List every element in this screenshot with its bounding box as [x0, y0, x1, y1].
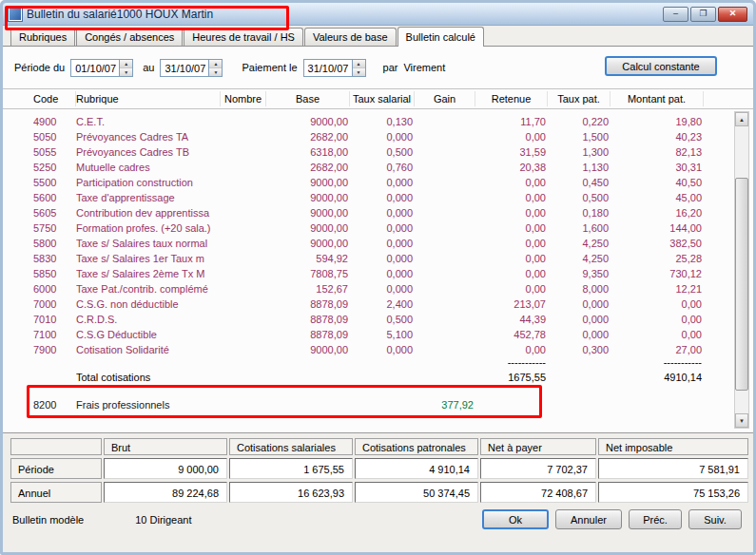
summary-header-net-a-payer: Net à payer: [480, 438, 596, 455]
spinner-up-icon[interactable]: ▲: [209, 60, 222, 68]
rubric-cell: [415, 144, 475, 160]
rubric-cell: 0,180: [548, 205, 611, 220]
rubric-row[interactable]: 5850Taxe s/ Salaires 2ème Tx M7808,750,0…: [33, 266, 753, 281]
summary-periode-brut: 9 000,00: [104, 458, 227, 479]
rubric-cell: 0,500: [548, 190, 611, 205]
period-from-field[interactable]: 01/10/07 ▲ ▼: [70, 59, 133, 77]
tab-heures-travail[interactable]: Heures de travail / HS: [184, 28, 303, 46]
frais-professionnels-row[interactable]: 8200 Frais professionnels 377,92: [33, 397, 753, 412]
rubric-row[interactable]: 5500Participation construction9000,000,0…: [33, 175, 753, 190]
rubric-cell: 12,21: [611, 281, 704, 297]
spinner-down-icon[interactable]: ▼: [209, 68, 222, 76]
rubric-cell: 0,00: [475, 236, 548, 251]
rubric-row[interactable]: 7900Cotisation Solidarité9000,000,0000,0…: [33, 342, 753, 357]
summary-periode-net-imposable: 7 581,91: [598, 458, 748, 479]
rubric-row[interactable]: 6000Taxe Pat./contrib. complémé152,670,0…: [33, 281, 753, 297]
rubric-cell: [221, 281, 266, 297]
rubric-cell: 5055: [33, 144, 76, 160]
minimize-button[interactable]: –: [663, 7, 688, 22]
close-button[interactable]: ✕: [718, 7, 747, 22]
column-header: Retenue: [475, 91, 548, 106]
window-icon: [9, 8, 22, 21]
rubric-row[interactable]: 7000C.S.G. non déductible8878,092,400213…: [33, 297, 753, 312]
payment-date-value[interactable]: 31/10/07: [304, 60, 352, 76]
rubric-cell: 452,78: [475, 327, 548, 342]
spinner-up-icon[interactable]: ▲: [120, 60, 132, 68]
rubric-cell: [415, 190, 475, 205]
summary-periode-net-a-payer: 7 702,37: [480, 458, 596, 479]
payment-method-value[interactable]: Virement: [403, 62, 445, 73]
rubric-row[interactable]: 5830Taxe s/ Salaires 1er Taux m594,920,0…: [33, 251, 753, 266]
period-to-field[interactable]: 31/10/07 ▲ ▼: [160, 59, 223, 77]
grid-body: 4900C.E.T.9000,000,13011,700,22019,80505…: [3, 109, 753, 357]
rubric-cell: 0,00: [475, 175, 548, 190]
scroll-up-icon[interactable]: ▲: [735, 112, 748, 126]
rubric-cell: 0,000: [350, 281, 415, 297]
rubric-cell: 0,500: [350, 144, 415, 160]
rubric-cell: [415, 251, 475, 266]
spinner-down-icon[interactable]: ▼: [353, 68, 365, 76]
period-to-spinner[interactable]: ▲ ▼: [208, 60, 222, 76]
rubric-row[interactable]: 5050Prévoyances Cadres TA2682,000,0000,0…: [33, 129, 753, 144]
tab-conges-absences[interactable]: Congés / absences: [76, 28, 183, 46]
rubric-row[interactable]: 7010C.R.D.S.8878,090,50044,390,0000,00: [33, 312, 753, 327]
rubric-cell: 1,500: [548, 129, 611, 144]
tab-valeurs-base[interactable]: Valeurs de base: [304, 28, 397, 46]
rubric-cell: 0,00: [611, 327, 704, 342]
rubric-row[interactable]: 5605Contribution dev apprentissa9000,000…: [33, 205, 753, 220]
rubric-cell: 7000: [33, 297, 76, 312]
calc-constante-button[interactable]: Calcul constante: [605, 56, 717, 76]
previous-button[interactable]: Préc.: [629, 509, 682, 529]
period-from-value[interactable]: 01/10/07: [71, 60, 119, 76]
rubric-cell: Mutuelle cadres: [76, 160, 221, 175]
column-header: Nombre: [221, 91, 266, 106]
rubric-cell: [221, 205, 266, 220]
rubric-cell: 0,000: [548, 312, 611, 327]
spinner-up-icon[interactable]: ▲: [353, 60, 365, 68]
tab-bar: Rubriques Congés / absences Heures de tr…: [3, 26, 753, 47]
rubric-cell: Prévoyances Cadres TB: [76, 144, 221, 160]
rubrics-list: CodeRubriqueNombreBaseTaux salarialGainR…: [3, 88, 753, 432]
tab-rubriques[interactable]: Rubriques: [10, 28, 75, 46]
scrollbar-track[interactable]: [735, 126, 748, 413]
period-to-value[interactable]: 31/10/07: [161, 60, 208, 76]
spinner-down-icon[interactable]: ▼: [120, 68, 132, 76]
rubric-cell: 0,000: [350, 266, 415, 281]
total-label: Total cotisations: [76, 370, 221, 385]
scrollbar-thumb[interactable]: [735, 178, 748, 390]
rubric-cell: [415, 297, 475, 312]
rubric-row[interactable]: 5800Taxe s/ Salaires taux normal9000,000…: [33, 236, 753, 251]
titlebar[interactable]: Bulletin du salarié1000 HOUX Martin – ❐ …: [3, 3, 753, 26]
rubric-cell: 5605: [33, 205, 76, 220]
rubric-cell: [415, 175, 475, 190]
maximize-button[interactable]: ❐: [690, 7, 716, 22]
rubric-row[interactable]: 5250Mutuelle cadres2682,000,76020,381,13…: [33, 160, 753, 175]
tab-bulletin-calcule[interactable]: Bulletin calculé: [397, 27, 484, 47]
rubric-cell: [221, 251, 266, 266]
rubric-cell: 6000: [33, 281, 76, 297]
rubric-row[interactable]: 4900C.E.T.9000,000,13011,700,22019,80: [33, 114, 753, 129]
cancel-button[interactable]: Annuler: [555, 509, 622, 529]
period-from-spinner[interactable]: ▲ ▼: [119, 60, 132, 76]
rubric-cell: 9000,00: [266, 342, 350, 357]
rubric-row[interactable]: 5600Taxe d'apprentissage9000,000,0000,00…: [33, 190, 753, 205]
period-from-label: Période du: [14, 62, 65, 73]
summary-grid: Brut Cotisations salariales Cotisations …: [10, 438, 745, 503]
vertical-scrollbar[interactable]: ▲ ▼: [734, 111, 749, 429]
rubric-cell: [221, 190, 266, 205]
rubric-cell: 4,250: [548, 251, 611, 266]
next-button[interactable]: Suiv.: [688, 509, 742, 529]
rubric-cell: [415, 266, 475, 281]
total-row: Total cotisations 1675,55 4910,14: [33, 370, 753, 385]
rubric-row[interactable]: 7100C.S.G Déductible8878,095,100452,780,…: [33, 327, 753, 342]
rubric-row[interactable]: 5750Formation profes. (+20 sala.)9000,00…: [33, 220, 753, 236]
payment-date-spinner[interactable]: ▲ ▼: [352, 60, 365, 76]
scroll-down-icon[interactable]: ▼: [735, 413, 748, 428]
rubric-row[interactable]: 5055Prévoyances Cadres TB6318,000,50031,…: [33, 144, 753, 160]
rubric-cell: 730,12: [611, 266, 704, 281]
rubric-cell: [415, 342, 475, 357]
rubric-cell: 7100: [33, 327, 76, 342]
rubric-cell: 5600: [33, 190, 76, 205]
ok-button[interactable]: Ok: [482, 509, 549, 529]
payment-date-field[interactable]: 31/10/07 ▲ ▼: [303, 59, 366, 77]
